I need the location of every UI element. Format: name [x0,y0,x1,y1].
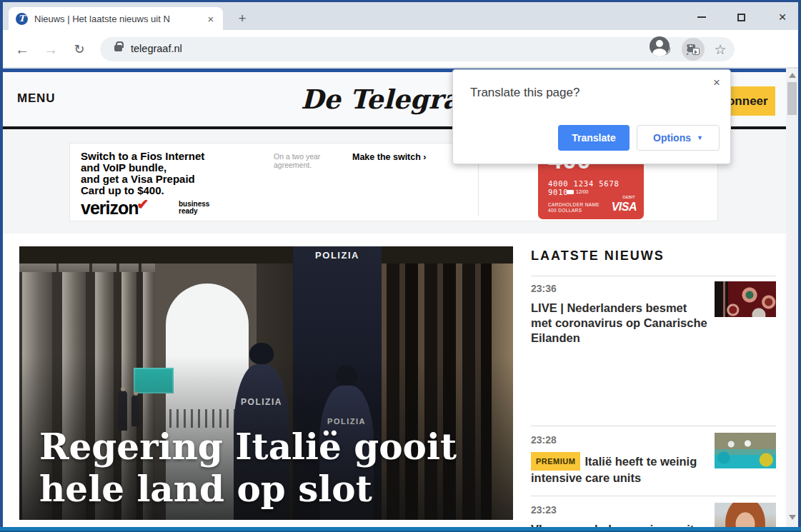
translate-button[interactable]: Translate [558,125,630,151]
card-number: 4000 1234 5678 9010 [548,179,644,196]
browser-menu-icon[interactable]: ⋮ [679,39,696,60]
visa-logo: VISA [612,201,637,214]
verizon-business-ready-label: business ready [179,201,209,215]
translate-popup: Translate this page? × Translate Options… [452,69,731,164]
chevron-right-icon: › [423,152,426,162]
window-close-button[interactable]: × [772,9,792,25]
window-border-top [0,0,801,2]
new-tab-button[interactable]: + [233,10,252,29]
hero-headline[interactable]: Regering Italië gooit hele land op slot [39,426,457,510]
card-expiry: 12/00 [567,189,589,194]
ad-cta-link[interactable]: Make the switch › [352,152,427,162]
news-title[interactable]: PREMIUMItalië heeft te weinig intensive … [531,452,710,486]
photo-ceiling [19,246,513,264]
bookmark-star-icon[interactable]: ☆ [712,41,729,58]
minimize-icon [697,16,706,18]
scroll-up-arrow-icon[interactable] [789,73,796,78]
window-border-right [798,0,801,532]
card-holder: CARDHOLDER NAME 400 DOLLARS [548,202,599,214]
window-minimize-button[interactable] [692,9,712,25]
news-title[interactable]: LIVE | Nederlanders besmet met coronavir… [531,301,710,346]
forward-button[interactable]: → [40,39,61,60]
news-thumbnail[interactable] [715,433,776,468]
scroll-down-arrow-icon[interactable] [789,515,796,520]
lock-icon[interactable] [114,45,122,51]
news-thumbnail[interactable] [715,503,776,527]
ad-headline: Switch to a Fios Internet and VoIP bundl… [81,151,204,196]
verizon-logo: verizon✔ [81,198,149,219]
news-thumbnail[interactable] [715,281,776,317]
profile-avatar[interactable] [650,36,670,56]
address-bar[interactable]: telegraaf.nl ☆ [100,37,735,61]
page-scrollbar[interactable] [786,69,798,527]
url-text[interactable]: telegraaf.nl [131,43,182,54]
latest-news-sidebar: LAATSTE NIEUWS 23:36 LIVE | Nederlanders… [531,249,776,264]
tab-favicon-icon: T [16,13,28,25]
options-button[interactable]: Options ▼ [637,125,720,151]
scrollbar-thumb[interactable] [787,82,797,115]
caret-down-icon: ▼ [697,134,703,141]
window-border-bottom [0,527,801,532]
back-button[interactable]: ← [11,39,33,60]
verizon-check-icon: ✔ [137,196,149,212]
sidebar-divider [531,276,776,276]
sidebar-title: LAATSTE NIEUWS [531,249,776,264]
maximize-icon [737,14,745,21]
premium-badge: PREMIUM [531,452,580,471]
sidebar-divider [531,496,776,496]
browser-toolbar: ← → ↻ telegraaf.nl ☆ ⋮ [3,30,798,68]
translate-popup-title: Translate this page? [470,86,579,100]
card-chip-icon [567,190,574,194]
browser-window: T Nieuws | Het laatste nieuws uit N × + … [0,0,801,532]
window-maximize-button[interactable] [731,9,751,25]
tab-title: Nieuws | Het laatste nieuws uit N [34,14,204,24]
news-item[interactable]: 23:36 LIVE | Nederlanders besmet met cor… [531,283,776,346]
reload-button[interactable]: ↻ [69,39,90,60]
popup-close-icon[interactable]: × [713,76,720,90]
card-type-label: DEBIT [622,195,635,199]
polizia-label: POLIZIA [293,250,382,261]
browser-tab[interactable]: T Nieuws | Het laatste nieuws uit N × [9,7,223,30]
news-item[interactable]: 23:28 PREMIUMItalië heeft te weinig inte… [531,434,776,486]
tab-title-fade [184,14,206,28]
sidebar-divider [531,426,776,426]
tab-close-icon[interactable]: × [204,13,217,25]
news-item[interactable]: 23:23 VI-mannen halen opnieuw uit naar O… [531,504,776,527]
window-border-left [0,0,3,532]
news-title[interactable]: VI-mannen halen opnieuw uit naar Olcay G… [531,522,710,527]
tab-strip: T Nieuws | Het laatste nieuws uit N × + … [3,2,798,30]
hero-article[interactable]: POLIZIA POLIZIA POLIZIA Regering Italië … [19,246,513,520]
ad-disclaimer: On a two year agreement. [274,152,320,169]
